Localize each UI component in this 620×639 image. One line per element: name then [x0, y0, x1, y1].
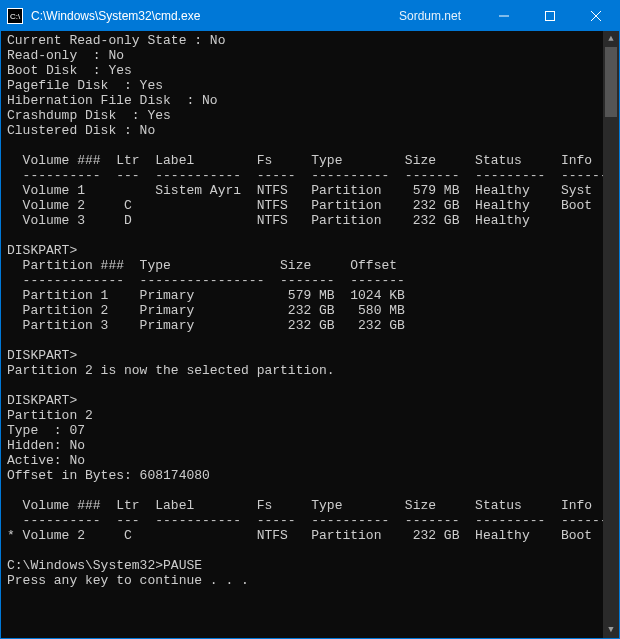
- maximize-icon: [545, 11, 555, 21]
- cmd-window: C:\ C:\Windows\System32\cmd.exe Sordum.n…: [0, 0, 620, 639]
- scroll-thumb[interactable]: [605, 47, 617, 117]
- terminal-output[interactable]: Current Read-only State : No Read-only :…: [1, 31, 603, 638]
- window-icon: C:\: [7, 8, 23, 24]
- close-icon: [591, 11, 601, 21]
- scroll-up-button[interactable]: ▲: [603, 31, 619, 47]
- chevron-down-icon: ▼: [608, 625, 613, 635]
- window-title: C:\Windows\System32\cmd.exe: [29, 9, 202, 23]
- minimize-button[interactable]: [481, 1, 527, 31]
- minimize-icon: [499, 11, 509, 21]
- terminal-area: Current Read-only State : No Read-only :…: [1, 31, 619, 638]
- chevron-up-icon: ▲: [608, 34, 613, 44]
- titlebar[interactable]: C:\ C:\Windows\System32\cmd.exe Sordum.n…: [1, 1, 619, 31]
- close-button[interactable]: [573, 1, 619, 31]
- scroll-track[interactable]: [603, 47, 619, 622]
- watermark-text: Sordum.net: [399, 9, 461, 23]
- vertical-scrollbar[interactable]: ▲ ▼: [603, 31, 619, 638]
- scroll-down-button[interactable]: ▼: [603, 622, 619, 638]
- maximize-button[interactable]: [527, 1, 573, 31]
- svg-rect-1: [546, 12, 555, 21]
